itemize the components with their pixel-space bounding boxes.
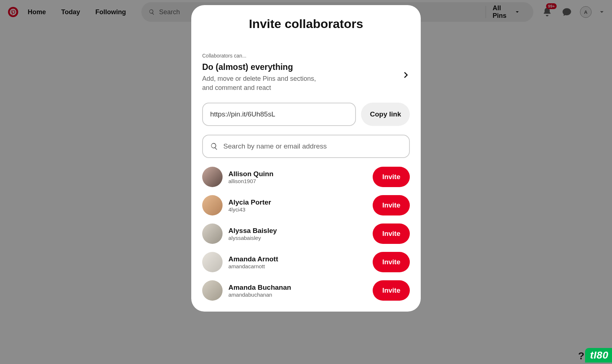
permissions-label: Collaborators can...	[202, 53, 410, 59]
contact-handle: 4lyci43	[228, 206, 373, 213]
contact-avatar[interactable]	[202, 195, 223, 215]
contact-avatar[interactable]	[202, 167, 223, 187]
contact-handle: allison1907	[228, 178, 373, 184]
contact-row: Amanda Arnott amandacarnott Invite	[202, 252, 410, 272]
modal-title: Invite collaborators	[202, 17, 410, 31]
share-link-input[interactable]	[202, 103, 356, 126]
contact-name: Amanda Buchanan	[228, 284, 373, 292]
invite-button[interactable]: Invite	[373, 252, 410, 272]
invite-button[interactable]: Invite	[373, 195, 410, 215]
search-contacts-field[interactable]	[202, 135, 410, 158]
permissions-row[interactable]: Do (almost) everything Add, move or dele…	[202, 62, 410, 92]
invite-collaborators-modal: Invite collaborators Collaborators can..…	[191, 5, 421, 312]
contact-avatar[interactable]	[202, 252, 223, 272]
contact-avatar[interactable]	[202, 223, 223, 244]
contact-row: Allison Quinn allison1907 Invite	[202, 167, 410, 187]
help-button[interactable]: ?	[578, 350, 584, 362]
invite-button[interactable]: Invite	[373, 223, 410, 244]
contact-handle: amandacarnott	[228, 263, 373, 269]
search-icon	[210, 142, 218, 150]
contact-name: Amanda Arnott	[228, 255, 373, 263]
chevron-right-icon	[402, 71, 410, 79]
modal-overlay: Invite collaborators Collaborators can..…	[0, 0, 612, 364]
contact-row: Alyssa Baisley alyssabaisley Invite	[202, 223, 410, 244]
permissions-title: Do (almost) everything	[202, 62, 326, 72]
contact-row: Alycia Porter 4lyci43 Invite	[202, 195, 410, 215]
contact-handle: amandabuchanan	[228, 292, 373, 298]
contact-name: Alyssa Baisley	[228, 227, 373, 235]
contact-avatar[interactable]	[202, 280, 223, 301]
contact-name: Allison Quinn	[228, 170, 373, 178]
copy-link-button[interactable]: Copy link	[361, 103, 410, 126]
contacts-list: Allison Quinn allison1907 Invite Alycia …	[202, 167, 410, 301]
invite-button[interactable]: Invite	[373, 167, 410, 187]
watermark-badge: tI80	[585, 348, 612, 363]
contact-row: Amanda Buchanan amandabuchanan Invite	[202, 280, 410, 301]
contact-handle: alyssabaisley	[228, 235, 373, 241]
permissions-description: Add, move or delete Pins and sections, a…	[202, 74, 326, 92]
contact-name: Alycia Porter	[228, 198, 373, 206]
search-contacts-input[interactable]	[223, 142, 402, 150]
share-link-row: Copy link	[202, 103, 410, 126]
invite-button[interactable]: Invite	[373, 280, 410, 301]
